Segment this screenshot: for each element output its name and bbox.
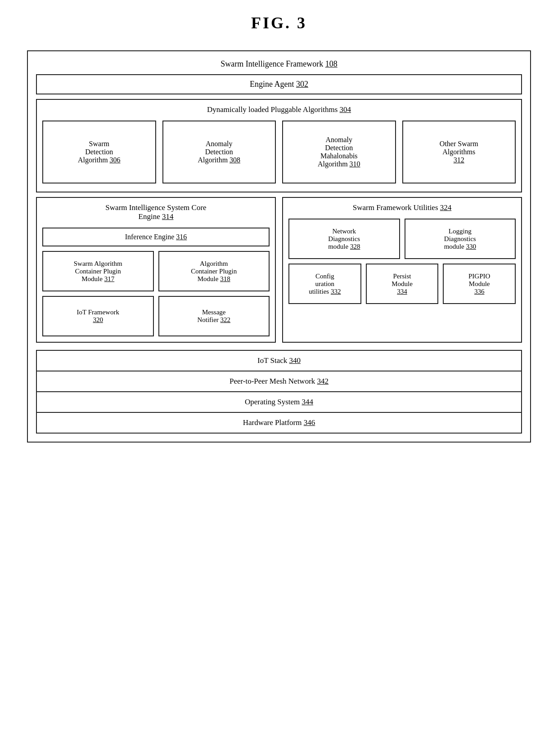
iot-stack-box: IoT Stack 340 xyxy=(36,350,522,371)
algo-box-306: SwarmDetectionAlgorithm 306 xyxy=(42,121,156,183)
utilities-box: Swarm Framework Utilities 324 NetworkDia… xyxy=(282,197,522,343)
algo-box-310: AnomalyDetectionMahalonabisAlgorithm 310 xyxy=(282,121,396,183)
network-diag-box: NetworkDiagnosticsmodule 328 xyxy=(288,219,400,259)
plugin-row-top: Swarm AlgorithmContainer PluginModule 31… xyxy=(42,251,270,291)
hardware-platform-box: Hardware Platform 346 xyxy=(36,412,522,434)
outer-frame: Swarm Intelligence Framework 108 Engine … xyxy=(27,50,531,443)
bottom-stack: IoT Stack 340 Peer-to-Peer Mesh Network … xyxy=(36,351,522,434)
algo-box-312: Other SwarmAlgorithms312 xyxy=(402,121,516,183)
pigpio-module-box: PIGPIOModule336 xyxy=(443,264,516,304)
logging-diag-box: LoggingDiagnosticsmodule 330 xyxy=(405,219,516,259)
plugin-box-317: Swarm AlgorithmContainer PluginModule 31… xyxy=(42,251,154,291)
plugin-box-318: AlgorithmContainer PluginModule 318 xyxy=(158,251,270,291)
pluggable-section: Dynamically loaded Pluggable Algorithms … xyxy=(36,99,522,192)
pluggable-title: Dynamically loaded Pluggable Algorithms … xyxy=(42,105,516,114)
algo-row: SwarmDetectionAlgorithm 306 AnomalyDetec… xyxy=(42,121,516,183)
outer-framework-label: Swarm Intelligence Framework 108 xyxy=(36,59,522,69)
iot-framework-box: IoT Framework320 xyxy=(42,296,154,336)
plugin-row-bottom: IoT Framework320 MessageNotifier 322 xyxy=(42,296,270,336)
fig-title: FIG. 3 xyxy=(251,13,307,32)
util-row-top: NetworkDiagnosticsmodule 328 LoggingDiag… xyxy=(288,219,516,259)
persist-module-box: PersistModule334 xyxy=(366,264,439,304)
core-engine-box: Swarm Intelligence System CoreEngine 314… xyxy=(36,197,276,343)
os-box: Operating System 344 xyxy=(36,391,522,413)
middle-section: Swarm Intelligence System CoreEngine 314… xyxy=(36,197,522,343)
inference-engine-box: Inference Engine 316 xyxy=(42,228,270,246)
utilities-title: Swarm Framework Utilities 324 xyxy=(288,203,516,212)
engine-agent-box: Engine Agent 302 xyxy=(36,74,522,94)
core-engine-title: Swarm Intelligence System CoreEngine 314 xyxy=(42,203,270,221)
message-notifier-box: MessageNotifier 322 xyxy=(158,296,270,336)
peer-mesh-box: Peer-to-Peer Mesh Network 342 xyxy=(36,371,522,392)
algo-box-308: AnomalyDetectionAlgorithm 308 xyxy=(162,121,276,183)
util-row-bottom: Config­urationutilities 332 PersistModul… xyxy=(288,264,516,304)
config-util-box: Config­urationutilities 332 xyxy=(288,264,361,304)
